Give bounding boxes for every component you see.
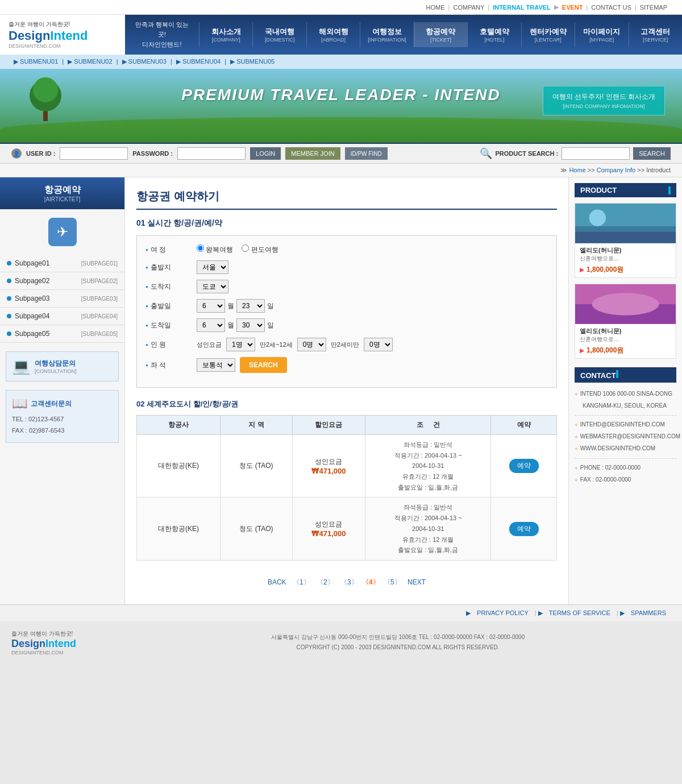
banner: PREMIUM TRAVEL LEADER - INTEND 여행의 선두주자!… bbox=[0, 69, 682, 143]
login-button[interactable]: LOGIN bbox=[250, 147, 281, 160]
sidebar-header: 항공예약 [AIRTICKTET] bbox=[0, 177, 124, 209]
submenu-01[interactable]: ▶ SUBMENU01 bbox=[14, 58, 58, 65]
password-input[interactable] bbox=[177, 147, 246, 160]
submenu-02[interactable]: ▶ SUBMENU02 bbox=[68, 58, 112, 65]
booking-form: 여 정 왕복여행 편도여행 출발지 서울 bbox=[136, 235, 557, 388]
persons-row: 인 원 성인요금 1명 만2세~12세 0명 만2세미만 0명 bbox=[145, 338, 548, 351]
contact-section-title: CONTACT bbox=[575, 367, 676, 383]
nav-company[interactable]: 회사소개 [COMPANY] bbox=[199, 22, 252, 47]
nav-hotel[interactable]: 호텔예약 [HOTEL] bbox=[467, 22, 521, 47]
arr-day-select[interactable]: 30 bbox=[236, 318, 265, 332]
trip-type-control: 왕복여행 편도여행 bbox=[197, 244, 278, 255]
submenu-05[interactable]: ▶ SUBMENU05 bbox=[230, 58, 275, 65]
nav-info[interactable]: 여행정보 [INFORMATION] bbox=[360, 22, 413, 47]
sidebar-item-subpage01[interactable]: Subpage01 [SUBPAGE01] bbox=[0, 255, 124, 272]
userid-input[interactable] bbox=[60, 147, 128, 160]
footer-privacy[interactable]: PRIVACY POLICY bbox=[477, 609, 529, 616]
submenu-03[interactable]: ▶ SUBMENU03 bbox=[122, 58, 167, 65]
section1-title: 01 실시간 항/공/권/예/약 bbox=[136, 218, 557, 229]
nav-service[interactable]: 고객센터 [SERVICE] bbox=[629, 22, 682, 47]
seat-label: 좌 석 bbox=[145, 360, 191, 370]
page-current[interactable]: 〈4〉 bbox=[362, 578, 380, 586]
footer-spammers[interactable]: SPAMMERS bbox=[631, 609, 666, 616]
nav-event[interactable]: EVENT bbox=[562, 4, 583, 11]
product-card-1[interactable]: 엘리도(허니문) 신혼여행으로... ▶ 1,800,000원 bbox=[575, 203, 676, 278]
sidebar-airplane-icon: ✈ bbox=[48, 218, 77, 246]
seat-select[interactable]: 보통석 bbox=[197, 358, 235, 372]
nav-domestic[interactable]: 국내여행 [DOMESTIC] bbox=[252, 22, 306, 47]
arr-month-select[interactable]: 6 bbox=[197, 318, 225, 332]
sidebar-item-subpage03[interactable]: Subpage03 [SUBPAGE03] bbox=[0, 290, 124, 308]
arrival-row: 도착지 도쿄 bbox=[145, 280, 548, 293]
page-1[interactable]: 〈1〉 bbox=[293, 578, 310, 586]
product-card-2[interactable]: 엘리도(허니문) 신혼여행으로... ▶ 1,800,000원 bbox=[575, 284, 676, 359]
search-button[interactable]: SEARCH bbox=[633, 147, 671, 160]
sidebar-item-subpage05[interactable]: Subpage05 [SUBPAGE05] bbox=[0, 325, 124, 343]
departure-label: 출발지 bbox=[145, 263, 191, 272]
main-layout: 항공예약 [AIRTICKTET] ✈ Subpage01 [SUBPAGE01… bbox=[0, 177, 682, 604]
book-icon: 📖 bbox=[12, 396, 27, 411]
table-header-row: 항공사 지 역 할인요금 조 건 예약 bbox=[137, 416, 557, 435]
sidebar: 항공예약 [AIRTICKTET] ✈ Subpage01 [SUBPAGE01… bbox=[0, 177, 125, 604]
page-next[interactable]: NEXT bbox=[407, 578, 426, 586]
dep-month-select[interactable]: 6 bbox=[197, 299, 225, 313]
nav-internal-travel[interactable]: INTERNAL TRAVEL bbox=[493, 4, 551, 11]
breadcrumb-company-info[interactable]: Company Info bbox=[597, 167, 635, 173]
th-conditions: 조 건 bbox=[365, 416, 491, 435]
reserve-button-2[interactable]: 예약 bbox=[509, 522, 539, 536]
contact-info: + INTEND 1006 000-00 SINSA-DONG KANGNAM-… bbox=[575, 388, 676, 486]
sidebar-item-subpage02[interactable]: Subpage02 [SUBPAGE02] bbox=[0, 272, 124, 290]
product-search-input[interactable] bbox=[562, 147, 630, 160]
trip-type-label: 여 정 bbox=[145, 245, 191, 255]
logo-brand: DesignIntend bbox=[9, 28, 117, 43]
header: 즐거운 여행이 가득한곳! DesignIntend DESIGNINTEND.… bbox=[0, 15, 682, 55]
nav-mypage[interactable]: 마이페이지 [MYPAGE] bbox=[575, 22, 628, 47]
svg-point-9 bbox=[592, 293, 659, 315]
adult-select[interactable]: 1명 bbox=[226, 338, 255, 351]
form-search-button[interactable]: SEARCH bbox=[240, 357, 287, 373]
banner-cta-button[interactable]: 여행의 선두주자! 인랜드 회사소개 [INTEND COMPANY INFOM… bbox=[543, 86, 665, 115]
footer-terms[interactable]: TERMS OF SERVICE bbox=[549, 609, 610, 616]
dep-day-select[interactable]: 23 bbox=[236, 299, 265, 313]
member-join-button[interactable]: MEMBER JOIN bbox=[285, 147, 340, 160]
nav-sitemap[interactable]: SITEMAP bbox=[640, 4, 667, 11]
sidebar-item-subpage04[interactable]: Subpage04 [SUBPAGE04] bbox=[0, 308, 124, 325]
arrival-select[interactable]: 도쿄 bbox=[197, 280, 228, 293]
nav-lentcar[interactable]: 렌터카예약 [LENTCAR] bbox=[521, 22, 575, 47]
consultation-icon: 💻 bbox=[12, 358, 30, 375]
th-region: 지 역 bbox=[221, 416, 293, 435]
departure-select[interactable]: 서울 bbox=[197, 260, 228, 274]
sidebar-consultation[interactable]: 💻 여행상담문의 [CONSULTATION] bbox=[6, 351, 119, 381]
roundtrip-radio-label[interactable]: 왕복여행 bbox=[197, 244, 233, 255]
page-back[interactable]: BACK bbox=[268, 578, 286, 586]
oneway-radio-label[interactable]: 편도여행 bbox=[242, 244, 278, 255]
sidebar-icon-area: ✈ bbox=[0, 209, 124, 255]
nav-abroad[interactable]: 해외여행 [ABROAD] bbox=[306, 22, 360, 47]
footer-link-icon-3: ▶ bbox=[620, 609, 625, 616]
reserve-cell-2: 예약 bbox=[491, 497, 557, 560]
sidebar-menu: Subpage01 [SUBPAGE01] Subpage02 [SUBPAGE… bbox=[0, 255, 124, 343]
nav-contact-us[interactable]: CONTACT US bbox=[591, 4, 631, 11]
user-icon: 👤 bbox=[11, 148, 22, 159]
nav-ticket[interactable]: 항공예약 [TICKET] bbox=[414, 22, 467, 47]
airline-cell-1: 대한항공(KE) bbox=[137, 435, 221, 497]
product-image-2 bbox=[575, 284, 676, 324]
page-2[interactable]: 〈2〉 bbox=[317, 578, 334, 586]
roundtrip-radio[interactable] bbox=[197, 244, 204, 252]
footer-links: ▶ PRIVACY POLICY | ▶ TERMS OF SERVICE | … bbox=[0, 604, 682, 621]
reserve-button-1[interactable]: 예약 bbox=[509, 459, 539, 473]
airline-cell-2: 대한항공(KE) bbox=[137, 497, 221, 560]
page-5[interactable]: 〈5〉 bbox=[384, 578, 401, 586]
nav-home[interactable]: HOME bbox=[426, 4, 445, 11]
breadcrumb-home[interactable]: Home bbox=[569, 167, 585, 173]
region-cell-1: 청도 (TAO) bbox=[221, 435, 293, 497]
conditions-cell-2: 좌석등급 : 일반석 적용기간 : 2004-04-13 ~ 2004-10-3… bbox=[365, 497, 491, 560]
trip-type-row: 여 정 왕복여행 편도여행 bbox=[145, 244, 548, 255]
page-3[interactable]: 〈3〉 bbox=[340, 578, 358, 586]
oneway-radio[interactable] bbox=[242, 244, 249, 252]
submenu-04[interactable]: ▶ SUBMENU04 bbox=[176, 58, 221, 65]
child-select[interactable]: 0명 bbox=[297, 338, 326, 351]
nav-company[interactable]: COMPANY bbox=[453, 4, 484, 11]
id-pw-find-button[interactable]: ID/PW FIND bbox=[345, 147, 388, 160]
infant-select[interactable]: 0명 bbox=[364, 338, 393, 351]
